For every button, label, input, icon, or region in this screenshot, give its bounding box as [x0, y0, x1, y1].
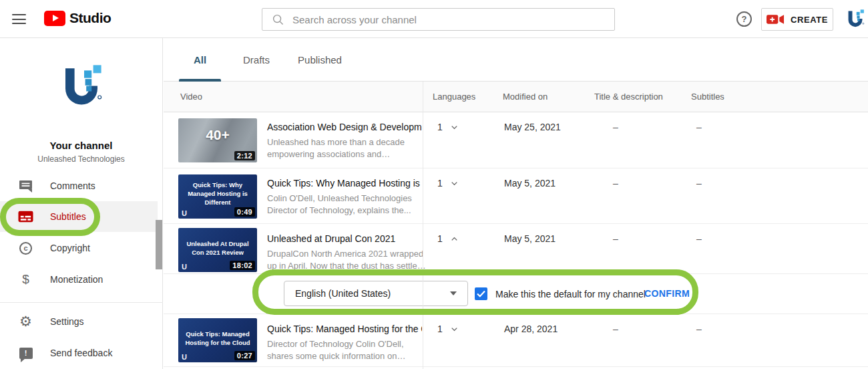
- chevron-down-icon[interactable]: [449, 178, 459, 189]
- column-header-languages: Languages: [433, 82, 475, 112]
- unleashed-logo-mark: U: [182, 263, 187, 271]
- dropdown-arrow-icon: [450, 291, 457, 295]
- video-thumbnail[interactable]: Quick Tips: Managed Hosting for the Clou…: [178, 318, 257, 362]
- create-button-label: CREATE: [791, 15, 828, 25]
- tab-all[interactable]: All: [179, 38, 221, 82]
- title-description-value: –: [613, 324, 618, 334]
- video-title[interactable]: Unleashed at Drupal Con 2021: [267, 233, 422, 244]
- table-header: Video Languages Modified on Title & desc…: [164, 82, 868, 112]
- search-input[interactable]: [292, 14, 614, 25]
- tab-drafts[interactable]: Drafts: [233, 38, 280, 82]
- video-thumbnail[interactable]: 40+ 2:12: [178, 118, 257, 162]
- create-button[interactable]: CREATE: [761, 8, 833, 31]
- subtitle-language-panel: English (United States) Make this the de…: [164, 274, 868, 314]
- sidebar-item-monetization[interactable]: $ Monetization: [0, 264, 158, 295]
- subtitles-value: –: [696, 324, 702, 334]
- title-description-value: –: [613, 178, 618, 189]
- languages-cell[interactable]: 1: [437, 178, 459, 189]
- title-description-value: –: [613, 233, 618, 244]
- video-thumbnail[interactable]: Quick Tips: Why Managed Hosting is Diffe…: [178, 174, 257, 219]
- channel-avatar[interactable]: [60, 62, 103, 113]
- sidebar-item-settings[interactable]: ⚙ Settings: [0, 306, 158, 337]
- gear-icon: ⚙: [18, 314, 33, 329]
- table-row-expanded[interactable]: Unleashed At Drupal Con 2021 Review U 18…: [164, 224, 868, 274]
- sidebar-item-label: Monetization: [50, 274, 103, 285]
- channel-name: Unleashed Technologies: [0, 154, 162, 164]
- language-count: 1: [437, 324, 443, 334]
- thumbnail-overlay-text: Quick Tips: Why Managed Hosting is Diffe…: [178, 181, 257, 207]
- column-header-subtitles: Subtitles: [691, 82, 724, 112]
- sidebar-item-send-feedback[interactable]: ! Send feedback: [0, 338, 158, 368]
- subtitles-content: All Drafts Published Video Languages Mod…: [164, 38, 868, 369]
- video-thumbnail[interactable]: Unleashed At Drupal Con 2021 Review U 18…: [178, 228, 257, 272]
- tab-label: Published: [298, 54, 342, 66]
- sidebar-item-label: Comments: [50, 180, 95, 191]
- sidebar-item-subtitles[interactable]: Subtitles: [0, 201, 158, 232]
- language-dropdown[interactable]: English (United States): [284, 281, 468, 306]
- column-header-title-description: Title & description: [594, 82, 663, 112]
- unleashed-logo-mark: U: [182, 353, 187, 361]
- language-count: 1: [437, 178, 443, 189]
- subtitles-icon: [18, 209, 33, 224]
- channel-title: Your channel: [0, 140, 162, 151]
- duration-badge: 18:02: [230, 261, 255, 270]
- dollar-icon: $: [18, 272, 33, 287]
- tab-published[interactable]: Published: [289, 38, 351, 82]
- tab-bar: All Drafts Published: [164, 38, 868, 82]
- video-description: Unleashed has more than a decade empower…: [267, 136, 426, 160]
- video-description: Director of Technology Colin O'Dell, sha…: [267, 338, 426, 362]
- video-title[interactable]: Quick Tips: Why Managed Hosting is Di...: [267, 178, 422, 189]
- languages-cell[interactable]: 1: [437, 233, 459, 244]
- confirm-button[interactable]: CONFIRM: [644, 288, 690, 299]
- copyright-icon: c: [18, 241, 33, 255]
- tab-label: All: [194, 54, 206, 66]
- comment-icon: [18, 178, 33, 193]
- checkmark-icon: [477, 290, 485, 297]
- language-count: 1: [437, 122, 443, 132]
- duration-badge: 0:49: [234, 207, 255, 217]
- menu-icon[interactable]: [12, 14, 26, 24]
- languages-cell[interactable]: 1: [437, 324, 459, 334]
- video-title[interactable]: Quick Tips: Managed Hosting for the Cl..…: [267, 324, 422, 334]
- subtitles-value: –: [696, 233, 702, 244]
- youtube-play-icon: [44, 11, 65, 26]
- feedback-icon: !: [18, 346, 33, 360]
- column-header-modified-on: Modified on: [503, 82, 548, 112]
- search-icon: [272, 14, 284, 25]
- default-channel-checkbox[interactable]: [475, 287, 487, 300]
- modified-date: Apr 28, 2021: [504, 324, 558, 334]
- modified-date: May 5, 2021: [504, 178, 556, 189]
- unleashed-logo-mark: U: [182, 209, 187, 217]
- chevron-down-icon[interactable]: [449, 122, 459, 132]
- studio-logo[interactable]: Studio: [44, 10, 111, 26]
- search-bar[interactable]: [262, 8, 615, 31]
- language-dropdown-value: English (United States): [295, 288, 391, 299]
- sidebar-item-label: Send feedback: [50, 348, 112, 358]
- chevron-up-icon[interactable]: [449, 234, 459, 244]
- subtitles-value: –: [696, 122, 702, 132]
- help-icon[interactable]: ?: [736, 11, 752, 27]
- top-header: Studio ? CREATE: [0, 0, 868, 38]
- sidebar-item-comments[interactable]: Comments: [0, 170, 158, 201]
- column-header-video: Video: [180, 82, 202, 112]
- sidebar-scrollbar[interactable]: [156, 220, 162, 269]
- table-row[interactable]: Quick Tips: Why Managed Hosting is Diffe…: [164, 168, 868, 224]
- modified-date: May 25, 2021: [504, 122, 561, 132]
- thumbnail-overlay-text: 40+: [178, 127, 257, 143]
- video-description: Colin O'Dell, Unleashed Technologies Dir…: [267, 193, 426, 217]
- title-description-value: –: [613, 122, 618, 132]
- duration-badge: 2:12: [234, 151, 255, 160]
- video-title[interactable]: Association Web Design & Development: [267, 122, 422, 132]
- chevron-down-icon[interactable]: [449, 324, 459, 334]
- create-video-icon: [767, 13, 785, 25]
- account-avatar[interactable]: [846, 9, 865, 30]
- languages-cell[interactable]: 1: [437, 122, 459, 132]
- studio-logo-text: Studio: [69, 10, 111, 26]
- table-row[interactable]: Quick Tips: Managed Hosting for the Clou…: [164, 314, 868, 367]
- sidebar-item-label: Subtitles: [50, 211, 86, 222]
- column-divider: [423, 82, 423, 369]
- thumbnail-overlay-text: Unleashed At Drupal Con 2021 Review: [178, 240, 257, 257]
- table-row[interactable]: 40+ 2:12 Association Web Design & Develo…: [164, 112, 868, 168]
- subtitles-value: –: [696, 178, 702, 189]
- sidebar-item-copyright[interactable]: c Copyright: [0, 233, 158, 263]
